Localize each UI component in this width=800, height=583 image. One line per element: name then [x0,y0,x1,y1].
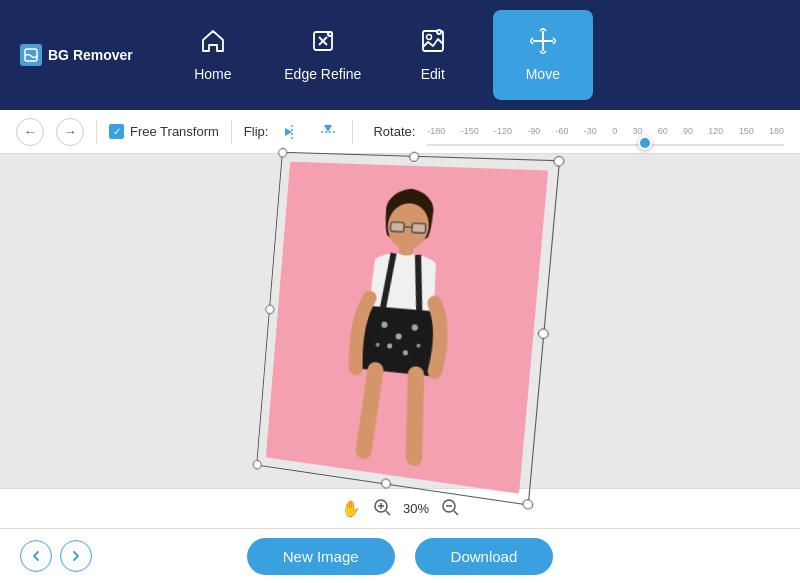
toolbar: ← → ✓ Free Transform Flip: Rotate: -180 [0,110,800,154]
nav-home[interactable]: Home [163,10,263,100]
handle-top-left[interactable] [278,148,288,158]
svg-line-23 [386,511,390,515]
app-logo: BG Remover [20,44,133,66]
zoom-bar: ✋ 30% [0,488,800,528]
nav-edit-label: Edit [421,66,445,82]
canvas-area[interactable] [0,154,800,488]
prev-button[interactable] [20,540,52,572]
free-transform-toggle[interactable]: ✓ Free Transform [109,124,219,139]
flip-horizontal-button[interactable] [280,120,304,144]
flip-vertical-button[interactable] [316,120,340,144]
handle-middle-left[interactable] [265,304,275,314]
header: BG Remover Home Edge Refine [0,0,800,110]
zoom-value: 30% [403,501,429,516]
nav-home-label: Home [194,66,231,82]
svg-point-4 [426,35,431,40]
transformed-image [266,162,548,494]
zoom-out-button[interactable] [441,498,459,520]
free-transform-checkbox[interactable]: ✓ [109,124,124,139]
redo-button[interactable]: → [56,118,84,146]
nav-edge-refine[interactable]: Edge Refine [273,10,373,100]
nav-edit[interactable]: Edit [383,10,483,100]
download-button[interactable]: Download [415,538,554,575]
rotate-thumb[interactable] [638,136,652,150]
home-icon [200,28,226,60]
next-button[interactable] [60,540,92,572]
rotate-track [427,144,784,146]
toolbar-divider [96,120,97,144]
edge-refine-icon [310,28,336,60]
undo-button[interactable]: ← [16,118,44,146]
rotate-label: Rotate: [373,124,415,139]
transform-handles [256,152,560,506]
nav-move-label: Move [526,66,560,82]
main-content: ← → ✓ Free Transform Flip: Rotate: -180 [0,110,800,583]
nav-move[interactable]: Move [493,10,593,100]
handle-middle-right[interactable] [537,328,549,339]
app-logo-icon [20,44,42,66]
image-container[interactable] [270,166,530,476]
nav-arrows [20,540,92,572]
rotate-labels: -180 -150 -120 -90 -60 -30 0 30 60 90 12… [427,126,784,136]
rotate-slider[interactable]: -180 -150 -120 -90 -60 -30 0 30 60 90 12… [427,114,784,150]
hand-tool-icon[interactable]: ✋ [341,499,361,518]
bottom-bar: New Image Download [0,528,800,583]
handle-top-center[interactable] [409,152,420,162]
zoom-in-button[interactable] [373,498,391,520]
handle-top-right[interactable] [553,156,565,167]
flip-label: Flip: [244,124,269,139]
handle-bottom-left[interactable] [252,459,262,470]
free-transform-label: Free Transform [130,124,219,139]
nav-edge-refine-label: Edge Refine [284,66,361,82]
edit-icon [420,28,446,60]
app-title: BG Remover [48,47,133,63]
toolbar-divider-3 [352,120,353,144]
svg-line-26 [454,511,458,515]
toolbar-divider-2 [231,120,232,144]
handle-bottom-center[interactable] [381,478,392,489]
move-icon [530,28,556,60]
new-image-button[interactable]: New Image [247,538,395,575]
